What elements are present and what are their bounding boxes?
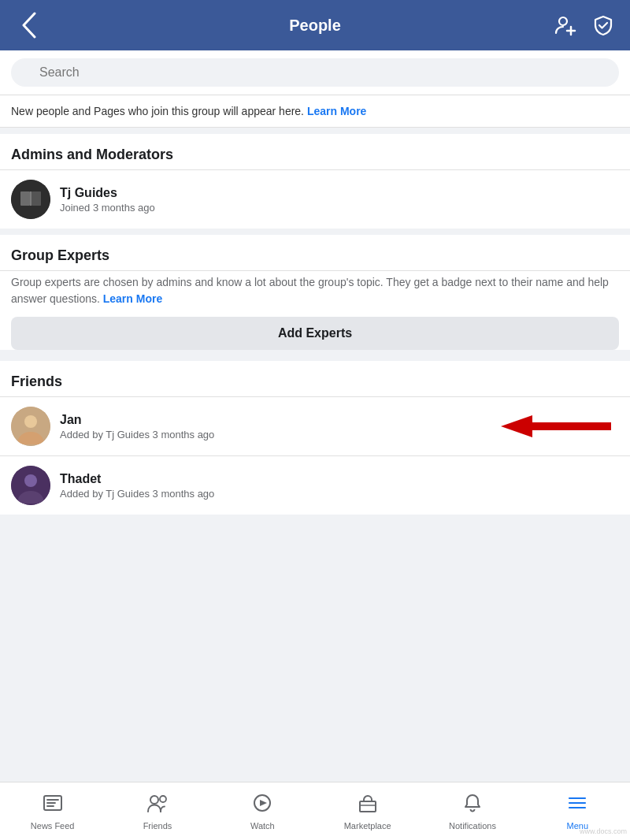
svg-rect-23 bbox=[360, 801, 376, 812]
nav-news-feed-label: News Feed bbox=[31, 821, 75, 831]
admin-sub: Joined 3 months ago bbox=[60, 202, 155, 214]
watch-icon bbox=[252, 793, 272, 818]
empty-area bbox=[0, 515, 630, 782]
jan-sub: Added by Tj Guides 3 months ago bbox=[60, 429, 214, 440]
admins-section: Admins and Moderators Tj Guides Joined 3… bbox=[0, 134, 630, 229]
friends-icon bbox=[146, 793, 169, 818]
nav-friends-label: Friends bbox=[143, 821, 172, 831]
svg-rect-6 bbox=[20, 191, 30, 206]
notifications-icon bbox=[462, 793, 483, 818]
nav-watch-label: Watch bbox=[250, 821, 275, 831]
watermark: www.docs.com bbox=[580, 827, 627, 835]
learn-more-link-banner[interactable]: Learn More bbox=[307, 105, 366, 117]
admin-member-row[interactable]: Tj Guides Joined 3 months ago bbox=[0, 170, 630, 229]
search-bar bbox=[0, 50, 630, 95]
bottom-nav: News Feed Friends Watch bbox=[0, 782, 630, 840]
svg-point-19 bbox=[150, 796, 158, 804]
thadet-name: Thadet bbox=[60, 472, 214, 486]
learn-more-experts-link[interactable]: Learn More bbox=[103, 292, 162, 305]
svg-point-20 bbox=[160, 796, 166, 802]
jan-row-wrapper: Jan Added by Tj Guides 3 months ago bbox=[0, 397, 630, 455]
avatar-jan bbox=[11, 407, 50, 446]
thadet-member-row[interactable]: Thadet Added by Tj Guides 3 months ago bbox=[0, 456, 630, 515]
search-input[interactable] bbox=[11, 58, 619, 87]
svg-rect-12 bbox=[532, 422, 611, 430]
info-banner: New people and Pages who join this group… bbox=[0, 95, 630, 128]
friends-title: Friends bbox=[0, 361, 630, 396]
thadet-sub: Added by Tj Guides 3 months ago bbox=[60, 488, 214, 500]
nav-marketplace[interactable]: Marketplace bbox=[315, 786, 420, 837]
nav-friends[interactable]: Friends bbox=[105, 786, 209, 837]
red-arrow-annotation bbox=[493, 409, 619, 444]
admins-title: Admins and Moderators bbox=[0, 134, 630, 169]
admin-name: Tj Guides bbox=[60, 186, 155, 200]
add-person-button[interactable] bbox=[551, 11, 580, 39]
thadet-info: Thadet Added by Tj Guides 3 months ago bbox=[60, 472, 214, 500]
experts-title: Group Experts bbox=[0, 235, 630, 270]
avatar-tj bbox=[11, 180, 50, 219]
svg-marker-11 bbox=[501, 415, 532, 437]
nav-notifications[interactable]: Notifications bbox=[420, 786, 524, 837]
back-button[interactable] bbox=[13, 9, 44, 41]
nav-news-feed[interactable]: News Feed bbox=[0, 786, 105, 837]
avatar-thadet bbox=[11, 466, 50, 505]
header-actions bbox=[551, 11, 617, 39]
experts-desc: Group experts are chosen by admins and k… bbox=[0, 271, 630, 317]
jan-name: Jan bbox=[60, 413, 214, 427]
header: People bbox=[0, 0, 630, 50]
nav-watch[interactable]: Watch bbox=[210, 786, 315, 837]
menu-icon bbox=[567, 793, 587, 818]
svg-point-10 bbox=[24, 415, 37, 428]
page-title: People bbox=[289, 17, 341, 35]
add-experts-button[interactable]: Add Experts bbox=[11, 317, 619, 350]
jan-info: Jan Added by Tj Guides 3 months ago bbox=[60, 413, 214, 440]
admin-info: Tj Guides Joined 3 months ago bbox=[60, 186, 155, 214]
svg-rect-7 bbox=[32, 191, 41, 206]
svg-point-0 bbox=[559, 17, 567, 25]
experts-section: Group Experts Group experts are chosen b… bbox=[0, 235, 630, 350]
svg-point-14 bbox=[24, 474, 37, 487]
friends-section: Friends Jan Added by Tj Guides 3 months … bbox=[0, 361, 630, 515]
info-text: New people and Pages who join this group… bbox=[11, 105, 304, 117]
nav-marketplace-label: Marketplace bbox=[344, 821, 391, 831]
news-feed-icon bbox=[43, 793, 63, 818]
shield-icon[interactable] bbox=[589, 11, 617, 39]
svg-marker-22 bbox=[260, 800, 267, 806]
marketplace-icon bbox=[358, 793, 378, 818]
nav-notifications-label: Notifications bbox=[449, 821, 496, 831]
